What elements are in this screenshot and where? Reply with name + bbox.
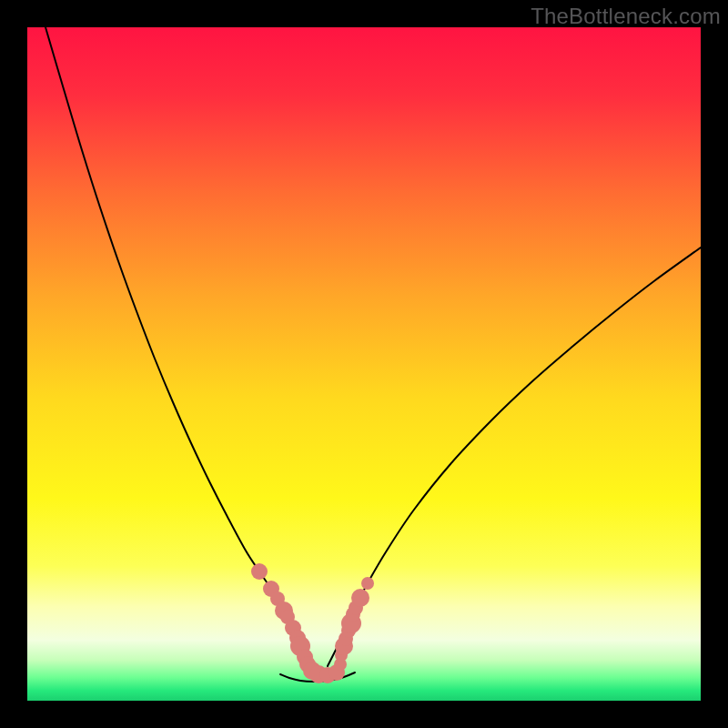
data-marker	[361, 577, 374, 590]
watermark-text: TheBottleneck.com	[531, 4, 721, 29]
chart-svg	[27, 27, 701, 701]
chart-frame: TheBottleneck.com	[0, 0, 728, 728]
data-marker	[351, 589, 369, 607]
data-marker	[251, 563, 268, 580]
plot-area	[27, 27, 701, 701]
